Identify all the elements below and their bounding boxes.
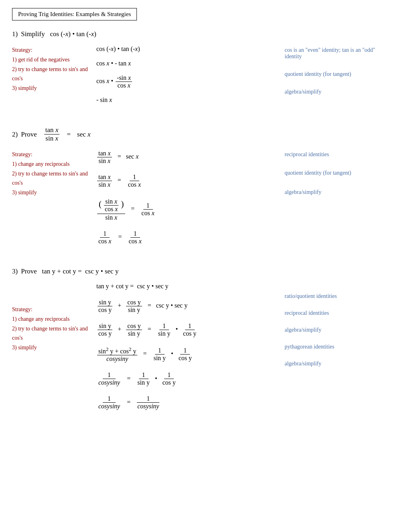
p2-math-row1: tan x sin x = sec x [96,150,138,165]
problem-3-number: 3) [12,267,18,275]
strategy-step-2-2: 2) try to change terms to sin's and cos'… [12,169,96,188]
p2-note-1: reciprocal identities [285,151,329,157]
strategy-step-2-3: 3) simplify [12,188,96,198]
p1-math-row1: cos (-x) • tan (-x) [96,45,140,53]
title-box: Proving Trig Identities: Examples & Stra… [12,8,137,20]
problem-3-section: 3) Prove tan y + cot y = csc y • sec y S… [12,267,389,418]
p3-note-3: algebra/simplify [285,327,322,333]
strategy-step-3-3: 3) simplify [12,343,96,353]
strategy-step-1-1: 1) get rid of the negatives [12,55,96,65]
problem-2-strategy: Strategy: 1) change any reciprocals 2) t… [12,150,96,253]
strategy-step-3-1: 1) change any reciprocals [12,314,96,324]
p3-note-1: ratio/quotient identities [285,293,337,299]
problem-2-eq: = [67,130,71,139]
problem-2-math: tan x sin x = sec x tan x sin x = 1 [96,150,285,253]
problem-1-section: 1) Simplify cos (-x) • tan (-x) Strategy… [12,30,389,112]
problem-2-fraction: tan x sin x [43,126,61,143]
p1-math-row2: cos x • - tan x [96,60,131,67]
p3-note-2: reciprocal identities [285,310,329,316]
strategy-step-1-3: 3) simplify [12,84,96,93]
problem-2-header: 2) Prove tan x sin x = sec x [12,126,389,143]
p1-math-row3: cos x • -sin x cos x [96,74,133,89]
p2-math-row3: ( sin x cos x ) sin x = 1 cos x [96,197,157,221]
problem-1-header: 1) Simplify cos (-x) • tan (-x) [12,30,389,38]
p3-math-row0: tan y + cot y = csc y • sec y [96,283,169,290]
p3-math-row3: sin2 y + cos2 y cosysiny = 1 sin y • 1 c… [96,346,194,363]
p2-math-row2: tan x sin x = 1 cos x [96,173,143,188]
p3-note-5: algebra/simplify [285,361,322,367]
p3-math-row5: 1 cosysiny = 1 cosysiny [96,395,161,410]
p1-note-1: cos is an "even" identity; tan is an "od… [285,47,375,59]
p2-note-2: quotient identity (for tangent) [285,170,351,176]
strategy-label-1: Strategy: [12,45,96,55]
problem-2-prove-label: Prove [21,130,37,139]
problem-2-section: 2) Prove tan x sin x = sec x Strategy: 1… [12,126,389,253]
strategy-step-1-2: 2) try to change terms to sin's and cos'… [12,65,96,84]
problem-3-math: tan y + cot y = csc y • sec y sin y cos … [96,283,285,418]
p1-note-3: algebra/simplify [285,89,322,95]
p2-math-row4: 1 cos x = 1 cos x [96,230,144,245]
problem-1-math: cos (-x) • tan (-x) cos x • - tan x cos … [96,45,285,112]
p1-math-row4: - sin x [96,96,112,104]
problem-3-notes: ratio/quotient identities reciprocal ide… [285,283,389,418]
problem-2-notes: reciprocal identities quotient identity … [285,150,389,253]
problem-3-strategy: Strategy: 1) change any reciprocals 2) t… [12,283,96,418]
p2-note-3: algebra/simplify [285,189,322,195]
p3-math-row1: sin y cos y + cos y sin y = csc y • sec … [96,299,187,314]
problem-2-rhs: sec x [77,130,91,139]
strategy-step-3-2: 2) try to change terms to sin's and cos'… [12,324,96,343]
strategy-label-3: Strategy: [12,305,96,314]
problem-1-statement: Simplify cos (-x) • tan (-x) [21,30,96,38]
strategy-label-2: Strategy: [12,150,96,159]
p3-math-row4: 1 cosysiny = 1 sin y • 1 cos y [96,371,178,386]
p3-math-row2: sin y cos y + cos y sin y = 1 sin y • [96,322,198,337]
problem-1-notes: cos is an "even" identity; tan is an "od… [285,45,389,112]
title-text: Proving Trig Identities: Examples & Stra… [18,11,131,17]
p1-note-2: quotient identity (for tangent) [285,71,351,77]
problem-3-statement: Prove tan y + cot y = csc y • sec y [21,267,118,275]
strategy-step-2-1: 1) change any reciprocals [12,159,96,169]
problem-1-strategy: Strategy: 1) get rid of the negatives 2)… [12,45,96,112]
p3-note-4: pythagorean identities [285,344,334,350]
problem-3-header: 3) Prove tan y + cot y = csc y • sec y [12,267,389,275]
problem-2-number: 2) [12,130,18,139]
problem-1-number: 1) [12,30,18,38]
